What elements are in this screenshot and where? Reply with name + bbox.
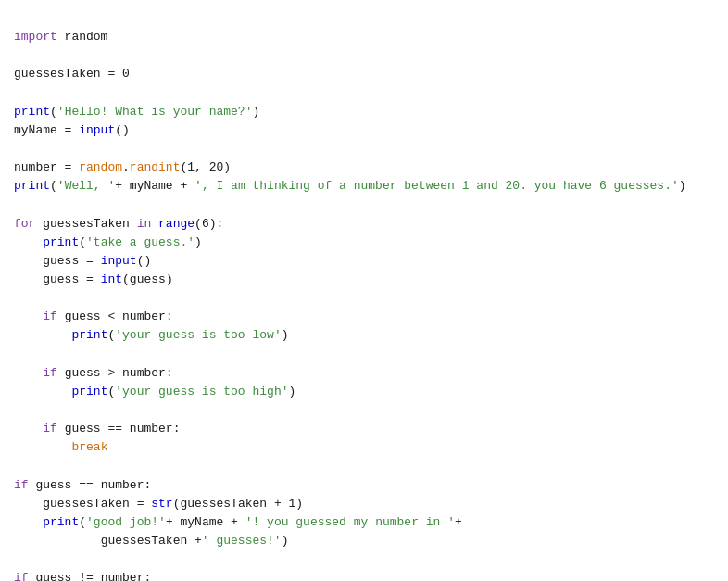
line-16: if guess < number: [14, 309, 173, 323]
line-11: for guessesTaken in range(6): [14, 217, 223, 231]
line-27: print('good job!'+ myName + '! you guess… [14, 515, 462, 529]
line-17: print('your guess is too low') [14, 328, 289, 342]
line-18 [14, 347, 21, 361]
line-29 [14, 552, 21, 566]
line-23: break [14, 440, 107, 454]
line-6: myName = input() [14, 123, 130, 137]
line-20: print('your guess is too high') [14, 385, 295, 398]
line-19: if guess > number: [14, 366, 173, 380]
line-24 [14, 459, 21, 473]
line-8: number = random.randint(1, 20) [14, 160, 231, 174]
line-4 [14, 86, 21, 100]
line-2 [14, 48, 21, 62]
line-14: guess = int(guess) [14, 272, 173, 286]
line-26: guessesTaken = str(guessesTaken + 1) [14, 497, 303, 511]
line-22: if guess == number: [14, 422, 180, 436]
line-25: if guess == number: [14, 478, 151, 492]
line-5: print('Hello! What is your name?') [14, 105, 259, 119]
line-3: guessesTaken = 0 [14, 67, 130, 81]
line-28: guessesTaken +' guesses!') [14, 534, 289, 548]
line-15 [14, 291, 21, 305]
line-12: print('take a guess.') [14, 235, 202, 249]
line-30: if guess != number: [14, 571, 151, 581]
code-editor: import random guessesTaken = 0 print('He… [14, 9, 714, 581]
line-1: import random [14, 30, 107, 44]
line-9: print('Well, '+ myName + ', I am thinkin… [14, 179, 686, 193]
line-13: guess = input() [14, 254, 151, 268]
line-7 [14, 142, 21, 156]
line-21 [14, 403, 21, 417]
line-10 [14, 197, 21, 211]
